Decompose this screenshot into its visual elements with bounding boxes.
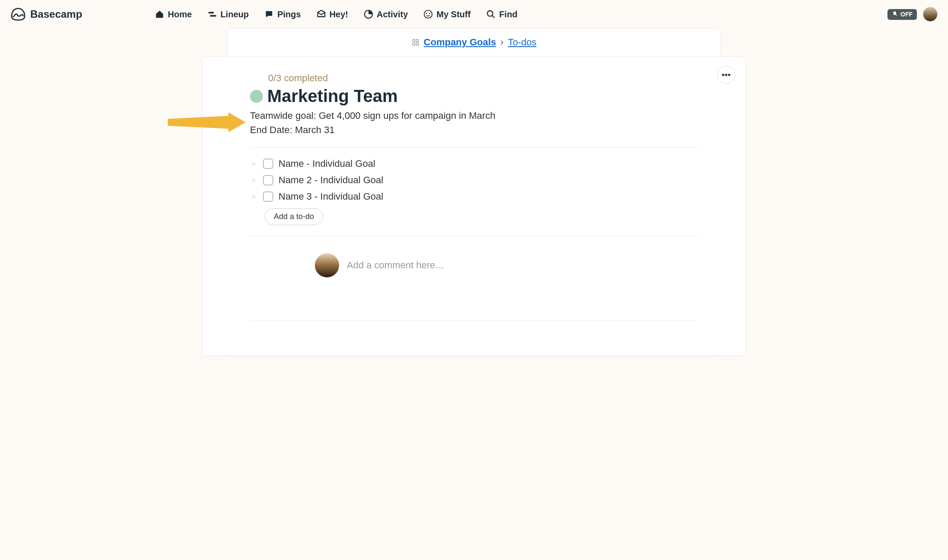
nav-find-label: Find [499, 10, 517, 19]
notifications-toggle[interactable]: OFF [887, 9, 917, 20]
project-card: Company Goals › To-dos ••• 0/3 completed… [227, 29, 721, 356]
hey-icon [317, 10, 326, 19]
svg-rect-11 [413, 43, 415, 45]
todo-item: ≡ Name 2 - Individual Goal [250, 172, 698, 188]
nav-activity[interactable]: Activity [364, 10, 408, 19]
todo-item: ≡ Name - Individual Goal [250, 156, 698, 172]
svg-rect-12 [416, 43, 418, 45]
svg-point-3 [424, 10, 432, 18]
drag-handle-icon[interactable]: ≡ [250, 160, 258, 167]
nav-mystuff-label: My Stuff [436, 10, 471, 19]
breadcrumb-project[interactable]: Company Goals [424, 37, 496, 48]
logo-text: Basecamp [30, 8, 82, 20]
todo-item: ≡ Name 3 - Individual Goal [250, 188, 698, 205]
main-card: ••• 0/3 completed Marketing Team Teamwid… [202, 57, 746, 356]
basecamp-logo-icon [10, 7, 26, 21]
nav-find[interactable]: Find [486, 10, 517, 19]
completed-count: 0/3 completed [268, 73, 698, 84]
todo-checkbox[interactable] [263, 191, 273, 202]
svg-rect-0 [208, 12, 214, 14]
logo[interactable]: Basecamp [10, 7, 82, 21]
todo-label[interactable]: Name 2 - Individual Goal [279, 175, 383, 186]
home-icon [155, 10, 164, 19]
svg-line-7 [492, 16, 495, 18]
list-title-row: Marketing Team [250, 86, 698, 106]
annotation-arrow-icon [168, 112, 246, 132]
description-line2: End Date: March 31 [250, 123, 698, 137]
svg-rect-1 [210, 15, 216, 17]
svg-rect-9 [413, 39, 415, 41]
pings-icon [264, 10, 274, 19]
nav-links: Home Lineup Pings Hey! Activity [155, 10, 517, 19]
list-color-dot[interactable] [250, 90, 263, 103]
nav-right: OFF [887, 7, 938, 22]
drag-handle-icon[interactable]: ≡ [250, 177, 258, 184]
divider [250, 321, 698, 321]
top-nav: Basecamp Home Lineup Pings Hey! [0, 0, 948, 29]
breadcrumb: Company Goals › To-dos [228, 37, 720, 52]
nav-home[interactable]: Home [155, 10, 192, 19]
nav-home-label: Home [168, 10, 192, 19]
drag-handle-icon[interactable]: ≡ [250, 193, 258, 200]
svg-point-6 [487, 11, 493, 16]
nav-hey-label: Hey! [330, 10, 348, 19]
svg-rect-10 [416, 39, 418, 41]
nav-pings-label: Pings [277, 10, 301, 19]
breadcrumb-section[interactable]: To-dos [508, 37, 536, 48]
comment-input-row[interactable]: Add a comment here… [315, 253, 698, 277]
chevron-right-icon: › [500, 37, 503, 48]
mystuff-icon [423, 10, 433, 19]
nav-hey[interactable]: Hey! [317, 10, 348, 19]
comment-avatar [315, 253, 339, 277]
todo-checkbox[interactable] [263, 175, 273, 185]
svg-point-4 [426, 13, 427, 14]
grid-icon [412, 38, 420, 46]
description-line1: Teamwide goal: Get 4,000 sign ups for ca… [250, 108, 698, 123]
nav-lineup-label: Lineup [221, 10, 249, 19]
list-title[interactable]: Marketing Team [267, 86, 398, 106]
list-description[interactable]: Teamwide goal: Get 4,000 sign ups for ca… [250, 108, 698, 137]
todo-label[interactable]: Name - Individual Goal [279, 158, 375, 169]
options-button[interactable]: ••• [717, 66, 735, 84]
nav-pings[interactable]: Pings [264, 10, 301, 19]
todo-list: ≡ Name - Individual Goal ≡ Name 2 - Indi… [250, 148, 698, 235]
notifications-label: OFF [900, 11, 913, 18]
ellipsis-icon: ••• [721, 70, 730, 80]
lineup-icon [208, 10, 217, 19]
todo-checkbox[interactable] [263, 159, 273, 169]
add-todo-button[interactable]: Add a to-do [265, 208, 323, 225]
comment-placeholder: Add a comment here… [347, 260, 445, 271]
svg-marker-13 [168, 112, 246, 132]
nav-lineup[interactable]: Lineup [208, 10, 249, 19]
todo-label[interactable]: Name 3 - Individual Goal [279, 191, 383, 202]
search-icon [486, 10, 496, 19]
svg-point-5 [429, 13, 431, 14]
user-avatar[interactable] [923, 7, 938, 22]
activity-icon [364, 10, 373, 19]
nav-mystuff[interactable]: My Stuff [423, 10, 471, 19]
nav-activity-label: Activity [377, 10, 408, 19]
comment-section: Add a comment here… [250, 236, 698, 277]
bell-off-icon [892, 11, 898, 18]
